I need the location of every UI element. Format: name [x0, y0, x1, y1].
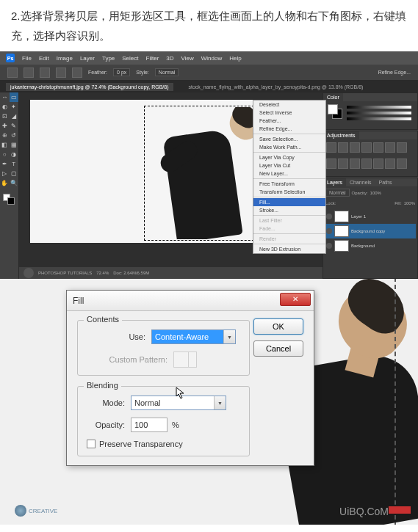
brush-tool-icon[interactable]: ✎: [10, 121, 19, 131]
adj-vibrance-icon[interactable]: [373, 142, 383, 153]
paths-tab[interactable]: Paths: [375, 178, 396, 186]
marquee-preset-icon[interactable]: [7, 68, 18, 78]
history-tool-icon[interactable]: ↺: [10, 131, 19, 140]
eyedropper-tool-icon[interactable]: ◢: [10, 112, 19, 121]
color-slider2[interactable]: [347, 112, 411, 114]
lasso-tool-icon[interactable]: ◐: [0, 102, 10, 112]
ctx-free-transform[interactable]: Free Transform: [253, 180, 325, 188]
use-select[interactable]: Content-Aware ▼: [151, 329, 236, 344]
menu-type[interactable]: Type: [102, 55, 115, 62]
chevron-down-icon[interactable]: ▼: [214, 396, 226, 409]
blend-mode-select[interactable]: Normal: [325, 189, 350, 197]
menu-help[interactable]: Help: [229, 55, 241, 62]
ok-button[interactable]: OK: [253, 318, 303, 335]
close-button[interactable]: ✕: [280, 293, 311, 306]
eye-icon[interactable]: [326, 228, 332, 234]
tab-other[interactable]: stock_name_flying_with_alpha_layer_by_se…: [184, 83, 368, 91]
sel-new-icon[interactable]: [24, 68, 34, 78]
refine-edge-button[interactable]: Refine Edge...: [378, 70, 411, 75]
adjustments-tab[interactable]: Adjustments: [323, 131, 359, 139]
gradient-tool-icon[interactable]: ▦: [10, 140, 19, 150]
ctx-layer-copy[interactable]: Layer Via Copy: [253, 153, 325, 161]
ctx-layer-cut[interactable]: Layer Via Cut: [253, 161, 325, 170]
eye-icon[interactable]: [326, 243, 332, 249]
tab-active[interactable]: jukanternay-christophmunnft.jpg @ 72.4% …: [6, 83, 173, 91]
adj-exposure-icon[interactable]: [361, 142, 372, 153]
ctx-transform-sel[interactable]: Transform Selection: [253, 188, 325, 196]
ctx-new-layer[interactable]: New Layer...: [253, 170, 325, 178]
path-tool-icon[interactable]: ▷: [0, 169, 10, 178]
marquee-tool-icon[interactable]: ▭: [10, 92, 19, 102]
ctx-select-inverse[interactable]: Select Inverse: [253, 109, 325, 117]
color-slider3[interactable]: [347, 117, 411, 120]
ctx-3d-extrusion[interactable]: New 3D Extrusion: [253, 245, 325, 253]
zoom-level[interactable]: 72.4%: [96, 271, 109, 275]
color-tab[interactable]: Color: [323, 93, 343, 101]
type-tool-icon[interactable]: T: [10, 159, 19, 169]
eye-icon[interactable]: [326, 214, 332, 219]
dialog-titlebar[interactable]: Fill ✕: [67, 291, 314, 311]
menu-filter[interactable]: Filter: [146, 55, 159, 62]
move-tool-icon[interactable]: ↔: [0, 92, 10, 102]
feather-input[interactable]: 0 px: [113, 68, 130, 76]
channels-tab[interactable]: Channels: [346, 178, 375, 186]
adj-poster-icon[interactable]: [373, 158, 383, 169]
shape-tool-icon[interactable]: ▢: [10, 169, 19, 178]
adj-lookup-icon[interactable]: [350, 158, 360, 169]
menu-window[interactable]: Window: [201, 55, 222, 62]
ctx-refine[interactable]: Refine Edge...: [253, 125, 325, 133]
ctx-fill[interactable]: Fill...: [253, 198, 325, 206]
ctx-stroke[interactable]: Stroke...: [253, 206, 325, 214]
adj-grad-icon[interactable]: [397, 158, 407, 169]
menu-view[interactable]: View: [181, 55, 194, 62]
adj-brightness-icon[interactable]: [326, 142, 336, 153]
layer-item[interactable]: Layer 1: [325, 209, 416, 224]
options-bar: Feather: 0 px Style: Normal Refine Edge.…: [0, 65, 418, 81]
zoom-tool-icon[interactable]: 🔍: [10, 178, 19, 188]
menu-file[interactable]: File: [22, 55, 32, 62]
sel-intersect-icon[interactable]: [72, 68, 82, 78]
layers-tab[interactable]: Layers: [323, 178, 346, 186]
layer-item[interactable]: Background: [325, 238, 416, 253]
layer-item[interactable]: Background copy: [325, 224, 416, 238]
adj-mixer-icon[interactable]: [338, 158, 348, 169]
menu-edit[interactable]: Edit: [39, 55, 49, 62]
color-swatch[interactable]: [328, 104, 342, 119]
fill-value[interactable]: 100%: [404, 201, 415, 205]
canvas-area[interactable]: Deselect Select Inverse Feather... Refin…: [19, 92, 322, 279]
eraser-tool-icon[interactable]: ◧: [0, 140, 10, 150]
adj-photo-icon[interactable]: [326, 158, 336, 169]
menu-layer[interactable]: Layer: [80, 55, 95, 62]
menu-select[interactable]: Select: [122, 55, 138, 62]
adj-levels-icon[interactable]: [338, 142, 348, 153]
cancel-button[interactable]: Cancel: [253, 340, 303, 357]
menu-image[interactable]: Image: [57, 55, 73, 62]
ctx-feather[interactable]: Feather...: [253, 117, 325, 125]
hand-tool-icon[interactable]: ✋: [0, 178, 10, 188]
sel-add-icon[interactable]: [40, 68, 50, 78]
preserve-checkbox[interactable]: [87, 440, 96, 448]
style-select[interactable]: Normal: [155, 68, 179, 76]
adj-bw-icon[interactable]: [397, 142, 407, 153]
chevron-down-icon[interactable]: ▼: [223, 330, 235, 343]
opacity-value[interactable]: 100%: [370, 191, 381, 195]
menu-3d[interactable]: 3D: [166, 55, 173, 62]
wand-tool-icon[interactable]: ✦: [10, 102, 19, 112]
pen-tool-icon[interactable]: ✒: [0, 159, 10, 169]
adj-hue-icon[interactable]: [385, 142, 395, 153]
color-slider[interactable]: [347, 106, 411, 109]
crop-tool-icon[interactable]: ⊡: [0, 112, 10, 121]
heal-tool-icon[interactable]: ✚: [0, 121, 10, 131]
adj-curves-icon[interactable]: [350, 142, 360, 153]
ctx-work-path[interactable]: Make Work Path...: [253, 143, 325, 151]
opacity-input[interactable]: 100: [131, 418, 167, 432]
ctx-save-sel[interactable]: Save Selection...: [253, 135, 325, 143]
ctx-deselect[interactable]: Deselect: [253, 101, 325, 109]
adj-invert-icon[interactable]: [361, 158, 372, 169]
stamp-tool-icon[interactable]: ⊕: [0, 131, 10, 140]
adj-thresh-icon[interactable]: [385, 158, 395, 169]
color-swatch-icon[interactable]: [0, 192, 18, 207]
dodge-tool-icon[interactable]: ◑: [10, 150, 19, 159]
blur-tool-icon[interactable]: ○: [0, 150, 10, 159]
sel-sub-icon[interactable]: [56, 68, 66, 78]
